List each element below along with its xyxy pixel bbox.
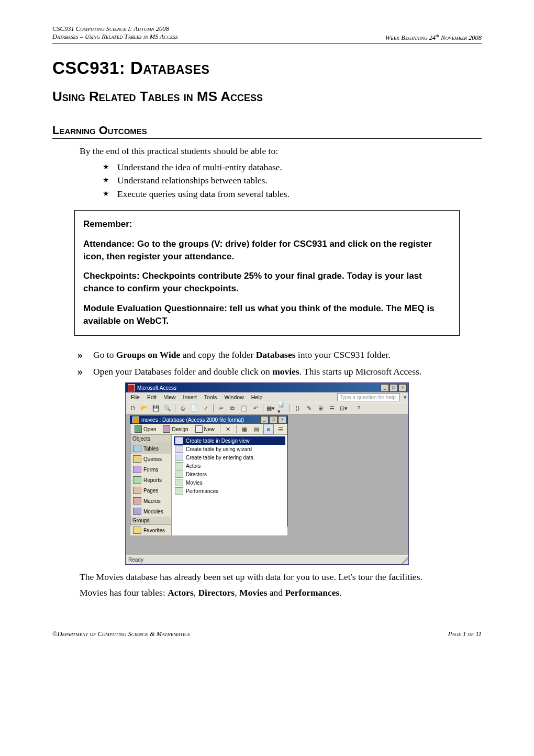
help-search-box[interactable]: Type a question for help xyxy=(337,393,400,401)
analyze-icon[interactable]: 📊▾ xyxy=(277,403,287,413)
sidebar-label: Modules xyxy=(143,509,163,514)
list-item-table[interactable]: Movies xyxy=(174,478,285,487)
page-footer: ©Department of Computing Science & Mathe… xyxy=(52,630,482,638)
menu-insert[interactable]: Insert xyxy=(180,393,200,401)
small-icons-view-icon[interactable]: ▤ xyxy=(251,424,262,434)
open-icon xyxy=(135,425,142,433)
step-item: Go to Groups on Wide and copy the folder… xyxy=(52,348,482,361)
db-maximize-button[interactable]: □ xyxy=(269,416,277,424)
db-new-label: New xyxy=(204,426,215,432)
delete-icon[interactable]: ✕ xyxy=(223,424,233,434)
reports-icon xyxy=(133,476,141,484)
menu-tools[interactable]: Tools xyxy=(201,393,220,401)
relationships-icon[interactable]: ⊞ xyxy=(315,403,326,413)
sidebar-item-reports[interactable]: Reports xyxy=(130,475,171,485)
maximize-button[interactable]: □ xyxy=(390,384,398,392)
db-design-button[interactable]: Design xyxy=(160,424,191,434)
close-button[interactable]: × xyxy=(398,384,407,392)
menu-file[interactable]: File xyxy=(128,393,143,401)
open-file-icon[interactable]: 📂 xyxy=(139,403,150,413)
paste-icon[interactable]: 📋 xyxy=(239,403,249,413)
sidebar-label: Favorites xyxy=(143,528,165,533)
help-icon[interactable]: ? xyxy=(353,403,364,413)
learning-outcomes-list: Understand the idea of multi-entity data… xyxy=(52,161,482,201)
sidebar-item-pages[interactable]: Pages xyxy=(130,485,171,496)
checkpoints-label: Checkpoints: xyxy=(83,271,142,281)
new-file-icon[interactable]: 🗋 xyxy=(128,403,138,413)
sidebar-label: Reports xyxy=(143,477,162,483)
step2-pre: Open your Databases folder and double cl… xyxy=(93,366,272,377)
sidebar-item-macros[interactable]: Macros xyxy=(130,496,171,506)
step1-mid: and copy the folder xyxy=(180,349,255,360)
toolbar-separator xyxy=(263,404,263,412)
undo-icon[interactable]: ↶ xyxy=(250,403,261,413)
running-header: CSC931 Computing Science I: Autumn 2008 … xyxy=(52,25,482,43)
section-heading-learning: Learning Outcomes xyxy=(52,124,482,137)
after-shot-p2: Movies has four tables: Actors, Director… xyxy=(80,587,482,599)
new-object-icon[interactable]: ⊡▾ xyxy=(338,403,349,413)
sidebar-item-modules[interactable]: Modules xyxy=(130,506,171,517)
help-dropdown-icon[interactable]: ▾ xyxy=(402,394,408,400)
code-icon[interactable]: ⟨⟩ xyxy=(292,403,303,413)
header-date-suffix: November 2008 xyxy=(439,34,482,41)
db-window-buttons: _ □ × xyxy=(260,416,286,424)
status-bar: Ready xyxy=(126,555,408,564)
db-close-button[interactable]: × xyxy=(278,416,286,424)
modules-icon xyxy=(133,508,141,515)
outcome-item: Understand relationships between tables. xyxy=(52,174,482,187)
step1-bold1: Groups on Wide xyxy=(116,349,181,360)
list-item-label: Create table in Design view xyxy=(186,438,250,444)
access-app-icon xyxy=(128,384,135,391)
db-new-button[interactable]: New xyxy=(193,424,217,434)
db-body: Objects Tables Queries Forms Reports Pag… xyxy=(130,435,287,535)
copy-icon[interactable]: ⧉ xyxy=(227,403,238,413)
script-icon[interactable]: ✎ xyxy=(304,403,314,413)
wizard-icon xyxy=(175,454,183,461)
menu-view[interactable]: View xyxy=(161,393,179,401)
toolbar-separator xyxy=(351,404,351,412)
menu-help[interactable]: Help xyxy=(248,393,266,401)
database-icon xyxy=(132,417,139,423)
sidebar-label: Tables xyxy=(143,446,159,452)
db-open-button[interactable]: Open xyxy=(132,424,159,434)
toolbar-separator xyxy=(220,425,220,433)
p2-s2: , xyxy=(235,587,239,598)
list-view-icon[interactable]: ≡ xyxy=(263,424,274,434)
list-item-table[interactable]: Directors xyxy=(174,470,285,478)
resize-grip-icon[interactable] xyxy=(402,557,408,564)
list-item-create-design[interactable]: Create table in Design view xyxy=(174,436,285,445)
p2-pre: Movies has four tables: xyxy=(80,587,168,598)
sidebar-item-forms[interactable]: Forms xyxy=(130,464,171,475)
menu-edit[interactable]: Edit xyxy=(144,393,160,401)
sidebar-item-favorites[interactable]: Favorites xyxy=(130,525,171,535)
toolbar-separator xyxy=(213,404,214,412)
search-icon[interactable]: 🔍 xyxy=(162,403,173,413)
large-icons-view-icon[interactable]: ▦ xyxy=(239,424,250,434)
list-item-create-data[interactable]: Create table by entering data xyxy=(174,453,285,462)
save-icon[interactable]: 💾 xyxy=(151,403,161,413)
outcome-item: Execute queries using data from several … xyxy=(52,188,482,201)
minimize-button[interactable]: _ xyxy=(381,384,389,392)
list-item-table[interactable]: Actors xyxy=(174,462,285,470)
spelling-icon[interactable]: ✓ xyxy=(201,403,211,413)
tables-icon xyxy=(133,445,141,452)
details-view-icon[interactable]: ☰ xyxy=(275,424,286,434)
sidebar-item-queries[interactable]: Queries xyxy=(130,454,171,464)
sidebar-item-tables[interactable]: Tables xyxy=(130,443,171,454)
status-text: Ready xyxy=(128,557,143,563)
p2-b3: Movies xyxy=(239,587,267,598)
print-icon[interactable]: ⎙ xyxy=(177,403,188,413)
remember-box: Remember: Attendance: Go to the groups (… xyxy=(74,210,460,336)
table-icon xyxy=(175,479,183,486)
list-item-label: Create table by using wizard xyxy=(186,446,252,452)
db-minimize-button[interactable]: _ xyxy=(260,416,269,424)
properties-icon[interactable]: ☰ xyxy=(327,403,337,413)
favorites-icon xyxy=(133,527,141,534)
list-item-label: Performances xyxy=(186,488,218,494)
list-item-table[interactable]: Performances xyxy=(174,487,285,495)
menu-window[interactable]: Window xyxy=(221,393,247,401)
office-links-icon[interactable]: ▦▾ xyxy=(265,403,276,413)
print-preview-icon[interactable]: 📄 xyxy=(189,403,199,413)
list-item-create-wizard[interactable]: Create table by using wizard xyxy=(174,445,285,453)
cut-icon[interactable]: ✂ xyxy=(216,403,226,413)
